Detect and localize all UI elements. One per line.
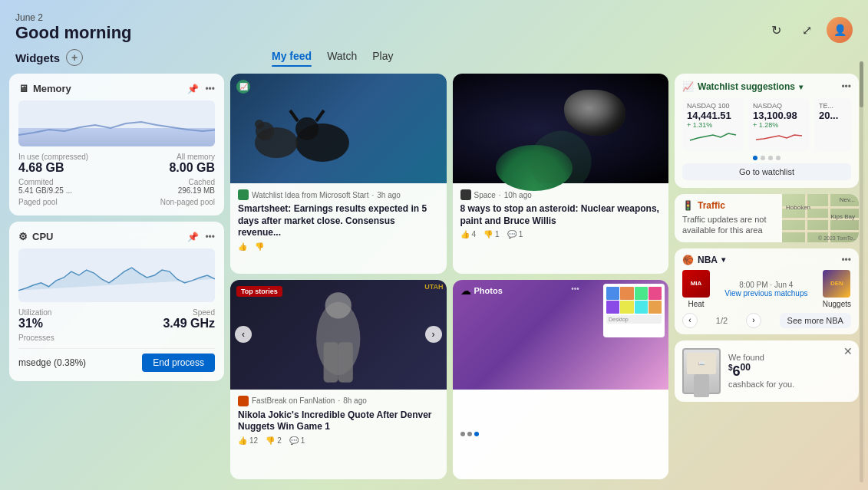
asteroid-card[interactable]: Space · 10h ago 8 ways to stop an astero… xyxy=(453,74,669,274)
feed-column: 📈 Watchlist Idea from Microsoft Start · … xyxy=(230,74,668,479)
photo-1 xyxy=(606,287,619,300)
all-memory-label: All memory xyxy=(118,153,215,161)
cashback-cents: 00 xyxy=(741,362,751,373)
svg-line-2 xyxy=(290,110,298,121)
nuggets-card[interactable]: Top stories UTAH ‹ › FastBreak on FanNat… xyxy=(230,280,447,480)
see-more-nba-button[interactable]: See more NBA xyxy=(780,313,851,328)
nuggets-name: Nuggets xyxy=(823,300,851,308)
cashback-found-label: We found xyxy=(728,353,851,362)
tab-play[interactable]: Play xyxy=(372,50,393,65)
traffic-card: 🚦 Traffic Traffic updates are not availa… xyxy=(675,194,859,242)
card-nav-right[interactable]: › xyxy=(425,326,442,343)
watchlist-dot-2 xyxy=(761,156,765,160)
heat-logo: MIA xyxy=(682,270,710,298)
utilization-value: 31% xyxy=(18,317,115,331)
cpu-widget: ⚙ CPU 📌 ••• Utilization 31% xyxy=(9,222,224,381)
tab-my-feed[interactable]: My feed xyxy=(272,50,312,65)
chevron-down-icon[interactable]: ▾ xyxy=(799,83,803,91)
more-icon[interactable]: ••• xyxy=(205,84,215,94)
like-count[interactable]: 👍 4 xyxy=(460,230,477,238)
end-process-button[interactable]: End process xyxy=(142,354,215,372)
photo-2 xyxy=(620,287,633,300)
card-nav-left[interactable]: ‹ xyxy=(235,326,252,343)
cpu-more-icon[interactable]: ••• xyxy=(205,232,215,242)
process-row: msedge (0.38%) End process xyxy=(18,348,215,372)
cpu-pin-icon[interactable]: 📌 xyxy=(187,232,199,242)
cached-value: 296.19 MB xyxy=(118,186,215,195)
cashback-close-button[interactable]: ✕ xyxy=(843,345,853,357)
comment-count[interactable]: 💬 1 xyxy=(507,230,523,238)
photos-body xyxy=(453,390,669,479)
memory-widget: 🖥 Memory 📌 ••• In use (compressed) 4.68 … xyxy=(9,74,224,215)
photos-grid xyxy=(606,287,662,314)
smartsheet-source: Watchlist Idea from Microsoft Start · 3h… xyxy=(238,189,439,200)
photos-card[interactable]: ☁ Photos ••• Desktop xyxy=(453,280,669,480)
cpu-stats: Utilization 31% Speed 3.49 GHz Processes xyxy=(18,308,215,342)
scrollbar-thumb[interactable] xyxy=(860,61,863,107)
svg-point-9 xyxy=(325,292,351,318)
pin-icon[interactable]: 📌 xyxy=(187,84,199,94)
dislike-action[interactable]: 👎 xyxy=(255,242,264,251)
refresh-icon[interactable]: ↻ xyxy=(765,19,787,41)
game-matchup-link[interactable]: View previous matchups xyxy=(715,289,818,298)
map-road-v1 xyxy=(805,194,807,242)
nuggets-like[interactable]: 👍 12 xyxy=(238,436,258,445)
nba-game: MIA Heat 8:00 PM · Jun 4 View previous m… xyxy=(682,270,851,308)
stock-value-1: 13,100.98 xyxy=(753,110,805,121)
photos-dot-2 xyxy=(467,432,472,436)
all-memory-value: 8.00 GB xyxy=(118,161,215,175)
watchlist-stocks: NASDAQ 100 14,441.51 + 1.31% NASDAQ 13,1… xyxy=(682,98,851,151)
chart-icon: 📈 xyxy=(682,81,694,92)
expand-icon[interactable]: ⤢ xyxy=(796,19,817,41)
map-road-h3 xyxy=(782,230,859,232)
source-icon xyxy=(238,189,249,200)
nba-next-button[interactable]: › xyxy=(746,313,761,328)
stock-te[interactable]: TE... 20... xyxy=(814,98,851,151)
nba-more-icon[interactable]: ••• xyxy=(841,255,851,265)
dislike-count[interactable]: 👎 1 xyxy=(484,230,500,238)
in-use-label: In use (compressed) xyxy=(18,153,115,161)
nba-chevron-icon[interactable]: ▾ xyxy=(721,255,725,264)
header-left: June 2 Good morning xyxy=(15,12,132,43)
memory-actions: 📌 ••• xyxy=(187,84,215,94)
nba-nav: ‹ 1/2 › See more NBA xyxy=(682,313,851,328)
feed-tabs: My feed Watch Play xyxy=(272,50,394,65)
like-action[interactable]: 👍 xyxy=(238,242,247,251)
svg-point-1 xyxy=(295,117,318,140)
goto-watchlist-button[interactable]: Go to watchlist xyxy=(682,163,851,180)
map-label-kipsbay: Kips Bay xyxy=(830,213,855,220)
nuggets-comment[interactable]: 💬 1 xyxy=(289,436,305,445)
widgets-label-text: Widgets xyxy=(15,51,60,64)
traffic-map[interactable]: Hoboken Kips Bay Nev... © 2023 TomTo... xyxy=(782,194,859,242)
stock-nasdaq100[interactable]: NASDAQ 100 14,441.51 + 1.31% xyxy=(682,98,744,151)
add-widget-button[interactable]: + xyxy=(66,49,83,66)
watchlist-title: 📈 Watchlist suggestions ▾ xyxy=(682,81,803,92)
tab-watch[interactable]: Watch xyxy=(327,50,357,65)
memory-stats: In use (compressed) 4.68 GB All memory 8… xyxy=(18,153,215,206)
scrollbar[interactable] xyxy=(860,61,863,482)
svg-line-3 xyxy=(316,110,324,121)
svg-point-7 xyxy=(530,131,591,184)
utilization-label: Utilization xyxy=(18,308,115,317)
svg-rect-10 xyxy=(324,342,338,383)
date: June 2 xyxy=(15,12,132,23)
watchlist-more-icon[interactable]: ••• xyxy=(841,81,851,92)
traffic-title: 🚦 Traffic xyxy=(682,200,774,211)
nba-icon: 🏀 xyxy=(682,255,694,265)
nuggets-dislike[interactable]: 👎 2 xyxy=(266,436,282,445)
watchlist-card: 📈 Watchlist suggestions ▾ ••• NASDAQ 100… xyxy=(675,74,859,188)
map-label-hoboken: Hoboken xyxy=(786,204,810,211)
smartsheet-card[interactable]: 📈 Watchlist Idea from Microsoft Start · … xyxy=(230,74,447,274)
stock-nasdaq[interactable]: NASDAQ 13,100.98 + 1.28% xyxy=(748,98,810,151)
stock-value-2: 20... xyxy=(819,110,847,121)
stock-change-0: + 1.31% xyxy=(687,121,739,129)
speed-value: 3.49 GHz xyxy=(118,317,215,331)
device-screen: 📖 xyxy=(687,353,716,374)
fanation-icon xyxy=(238,396,249,406)
stock-change-1: + 1.28% xyxy=(753,121,805,129)
nba-prev-button[interactable]: ‹ xyxy=(682,313,698,328)
avatar[interactable]: 👤 xyxy=(827,17,853,43)
cpu-title: ⚙ CPU xyxy=(18,231,53,242)
nuggets-logo: DEN xyxy=(823,270,850,298)
smartsheet-title: Smartsheet: Earnings results expected in… xyxy=(238,203,439,239)
